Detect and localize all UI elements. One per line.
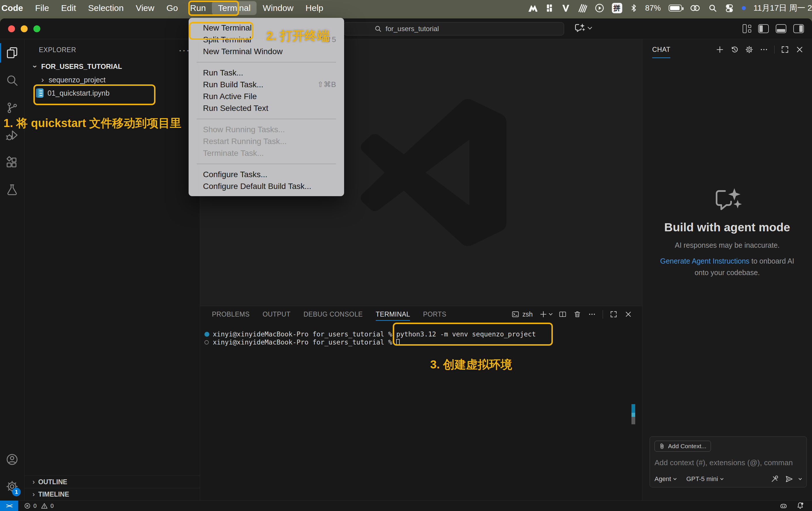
activitybar-testing[interactable]: [0, 176, 24, 203]
panel-header: PROBLEMS OUTPUT DEBUG CONSOLE TERMINAL P…: [200, 306, 642, 322]
menu-item-configure-default-build-task[interactable]: Configure Default Build Task...: [188, 180, 344, 192]
control-center-icon[interactable]: [725, 3, 734, 13]
close-panel-icon[interactable]: [624, 310, 632, 318]
activitybar-run-debug[interactable]: [0, 121, 24, 149]
maximize-panel-icon[interactable]: [610, 310, 618, 318]
close-chat-icon[interactable]: [795, 45, 804, 54]
chat-empty-title: Build with agent mode: [642, 221, 812, 234]
activitybar-account[interactable]: [0, 446, 24, 473]
menu-item-run-task[interactable]: Run Task...: [188, 67, 344, 79]
outline-section[interactable]: › OUTLINE: [25, 476, 200, 488]
timeline-section[interactable]: › TIMELINE: [25, 488, 200, 500]
split-terminal-icon[interactable]: [559, 310, 567, 318]
explorer-more-actions-icon[interactable]: ···: [178, 48, 190, 51]
warning-icon: [41, 502, 48, 509]
divider: [774, 46, 775, 54]
chevron-collapsed-icon: ›: [32, 490, 35, 498]
menu-terminal[interactable]: Terminal: [212, 1, 257, 15]
tab-chat[interactable]: CHAT: [652, 39, 670, 60]
menu-help[interactable]: Help: [299, 3, 329, 13]
generate-agent-instructions-link[interactable]: Generate Agent Instructions: [660, 257, 750, 265]
configure-tools-icon[interactable]: [770, 475, 779, 483]
tab-output[interactable]: OUTPUT: [263, 306, 291, 322]
maximize-chat-icon[interactable]: [781, 45, 789, 54]
menu-edit[interactable]: Edit: [55, 3, 82, 13]
menu-file[interactable]: File: [29, 3, 55, 13]
chat-input-box[interactable]: Add Context... Add context (#), extensio…: [649, 436, 807, 487]
model-picker-dropdown[interactable]: GPT-5 mini: [687, 475, 723, 483]
menu-view[interactable]: View: [129, 3, 160, 13]
chat-input-toolbar: Agent GPT-5 mini: [655, 475, 801, 483]
kill-terminal-trash-icon[interactable]: [573, 310, 581, 318]
activitybar-settings[interactable]: 1: [0, 473, 24, 500]
terminal-content[interactable]: xinyi@xinyideMacBook-Pro for_users_tutor…: [200, 322, 642, 346]
terminal-dropdown-menu: New Terminal Split Terminal⌃⇧5 New Termi…: [188, 18, 344, 196]
window-title-bar: for_users_tutorial: [0, 19, 812, 39]
menu-item-run-active-file[interactable]: Run Active File: [188, 90, 344, 102]
command-success-decoration-icon: [204, 332, 209, 337]
columns-app-icon[interactable]: [545, 4, 554, 12]
zoom-window-button[interactable]: [33, 25, 40, 32]
spotlight-search-icon[interactable]: [708, 4, 717, 12]
command-center-search[interactable]: for_users_tutorial: [344, 22, 564, 35]
terminal-shell-selector[interactable]: zsh: [512, 310, 533, 318]
chat-input-placeholder: Add context (#), extensions (@), comman: [655, 458, 802, 467]
tab-debug-console[interactable]: DEBUG CONSOLE: [303, 306, 363, 322]
toggle-panel-icon[interactable]: [776, 24, 786, 33]
tab-problems[interactable]: PROBLEMS: [212, 306, 250, 322]
toggle-secondary-sidebar-icon[interactable]: [793, 24, 804, 33]
activity-bar: 1: [0, 39, 25, 500]
tab-ports[interactable]: PORTS: [423, 306, 446, 322]
activitybar-source-control[interactable]: [0, 94, 24, 121]
file-label: 01_quickstart.ipynb: [48, 89, 109, 97]
menu-item-configure-tasks[interactable]: Configure Tasks...: [188, 169, 344, 180]
activitybar-extensions[interactable]: [0, 149, 24, 176]
chat-history-icon[interactable]: [730, 45, 739, 54]
play-circle-icon[interactable]: [595, 3, 604, 13]
close-window-button[interactable]: [8, 25, 15, 32]
customize-layout-icon[interactable]: [743, 24, 751, 33]
toggle-primary-sidebar-icon[interactable]: [758, 24, 769, 33]
app-logo-icon[interactable]: [527, 4, 537, 12]
send-icon[interactable]: [785, 475, 793, 483]
terminal-prompt: xinyi@xinyideMacBook-Pro for_users_tutor…: [213, 330, 392, 338]
continuity-rings-icon[interactable]: [690, 4, 701, 12]
menu-app[interactable]: Code: [0, 3, 29, 13]
menu-run[interactable]: Run: [184, 3, 212, 13]
pinyin-input-icon[interactable]: 拼: [612, 3, 622, 13]
menu-item-run-build-task[interactable]: Run Build Task...⇧⌘B: [188, 79, 344, 90]
v-app-icon[interactable]: [561, 4, 570, 12]
workbench: 1 EXPLORER ··· › FOR_USERS_TUTORIAL › se…: [0, 39, 812, 500]
more-actions-icon[interactable]: [588, 310, 596, 318]
add-context-button[interactable]: Add Context...: [655, 441, 711, 452]
copilot-status-icon[interactable]: [779, 502, 788, 510]
menu-go[interactable]: Go: [161, 3, 184, 13]
agent-mode-dropdown[interactable]: Agent: [655, 475, 676, 483]
explorer-root-folder[interactable]: › FOR_USERS_TUTORIAL: [25, 60, 200, 73]
menu-item-split-terminal[interactable]: Split Terminal⌃⇧5: [188, 34, 344, 46]
activitybar-search[interactable]: [0, 66, 24, 94]
tree-item-notebook-file[interactable]: 01_quickstart.ipynb: [25, 86, 200, 100]
problems-status[interactable]: 0 0: [24, 502, 55, 509]
menu-item-new-terminal[interactable]: New Terminal: [188, 22, 344, 34]
tree-item-folder[interactable]: › sequenzo_project: [25, 73, 200, 86]
bluetooth-icon[interactable]: [630, 3, 638, 13]
tab-terminal[interactable]: TERMINAL: [376, 306, 410, 322]
menu-window[interactable]: Window: [257, 3, 299, 13]
menu-item-new-terminal-window[interactable]: New Terminal Window: [188, 46, 344, 57]
new-terminal-button[interactable]: [539, 310, 552, 318]
remote-indicator[interactable]: ><: [0, 501, 18, 511]
chevron-down-icon[interactable]: [799, 477, 802, 480]
notifications-bell-icon[interactable]: [796, 502, 805, 510]
stripes-app-icon[interactable]: [578, 4, 587, 12]
activitybar-explorer[interactable]: [0, 39, 24, 66]
menu-selection[interactable]: Selection: [82, 3, 129, 13]
menu-item-run-selected-text[interactable]: Run Selected Text: [188, 102, 344, 114]
chat-more-actions-icon[interactable]: [760, 45, 768, 54]
minimize-window-button[interactable]: [21, 25, 28, 32]
copilot-menu-button[interactable]: [574, 23, 591, 33]
menu-bar-clock[interactable]: 11月17日 周一 2: [754, 3, 812, 13]
new-chat-icon[interactable]: [716, 45, 724, 54]
chat-settings-gear-icon[interactable]: [745, 45, 754, 54]
layout-controls: [743, 24, 804, 33]
